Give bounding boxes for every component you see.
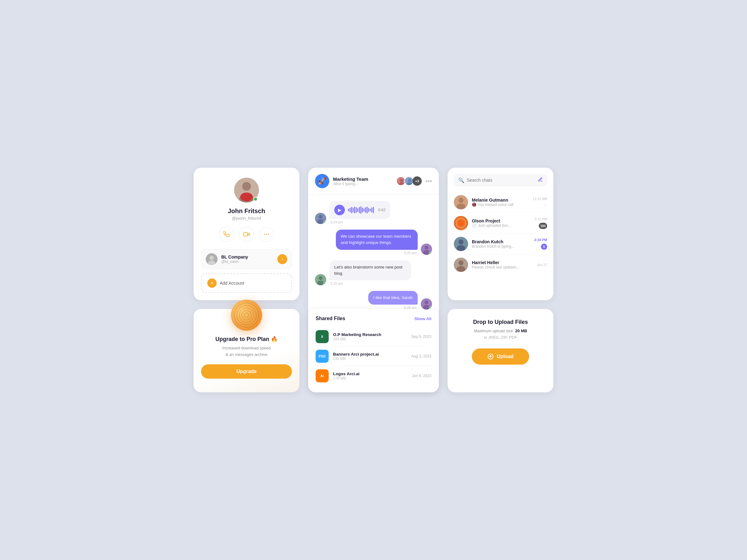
contact-info-brandon: Brandon Kutch Brandon Kutch is typing... (472, 239, 531, 248)
chat-more-icon[interactable]: ••• (426, 178, 432, 185)
contacts-card: 🔍 Melanie Gutmann 📵 You missed voice cal… (447, 168, 553, 300)
svg-point-40 (459, 240, 463, 244)
contact-avatar-harriet (454, 258, 468, 272)
voice-message-content: ▶ (329, 201, 390, 224)
contact-melanie[interactable]: Melanie Gutmann 📵 You missed voice call … (454, 192, 547, 213)
svg-point-8 (268, 234, 268, 235)
svg-point-25 (319, 276, 323, 280)
file-name-ai: Logos Arci.ai (333, 371, 407, 376)
file-date-excel: Sep 5, 2023 (411, 335, 431, 339)
svg-rect-5 (244, 232, 248, 236)
online-indicator (253, 197, 258, 201)
msg-content-3: Let's also brainstorm some new post blog… (329, 260, 411, 286)
voice-bubble: ▶ (329, 201, 390, 219)
company-arrow: › (277, 254, 287, 264)
video-button[interactable] (239, 227, 254, 242)
add-account-label: Add Account (220, 281, 244, 286)
file-name-psd: Banners Arci project.ai (333, 352, 407, 356)
search-bar: 🔍 (454, 174, 547, 186)
star-icon-melanie: ☆ (543, 203, 547, 208)
badge-brandon: 5 (541, 244, 547, 250)
file-item-excel[interactable]: X O.P Marketing Research 183 MB Sep 5, 2… (316, 327, 431, 347)
contact-name-brandon: Brandon Kutch (472, 239, 531, 244)
add-icon: + (207, 278, 216, 288)
upgrade-description: Increased download speed& an messages ar… (222, 345, 271, 358)
contact-time-harriet: Jun 17 (537, 263, 547, 267)
more-button[interactable] (259, 227, 274, 242)
upgrade-title: Upgrade to Pro Plan 🔥 (215, 336, 278, 343)
company-row[interactable]: BL Company @bl_sales › (201, 249, 292, 269)
contact-info-melanie: Melanie Gutmann 📵 You missed voice call (472, 197, 529, 207)
msg-content-4: I like that idea, Sarah 5:26 pm (368, 291, 418, 310)
member-count: +3 (412, 177, 422, 186)
contact-meta-olson: 3:12 PM 184 (535, 217, 547, 229)
svg-point-28 (424, 300, 428, 304)
contact-time-brandon: 2:34 PM (534, 238, 547, 242)
svg-point-3 (240, 193, 253, 201)
file-item-ai[interactable]: Ai Logos Arci.ai 179 MB Jun 8, 2023 (316, 366, 431, 385)
add-account-button[interactable]: + Add Account (201, 273, 292, 293)
upload-card: Drop to Upload Files Maximum upload size… (447, 309, 553, 392)
profile-handle: @joohn_fritsch4 (232, 216, 261, 220)
contact-time-melanie: 11:01 AM (533, 197, 547, 201)
file-size-excel: 183 MB (333, 337, 407, 341)
contact-preview-melanie: 📵 You missed voice call (472, 203, 529, 207)
msg-time-3: 5:25 pm (329, 282, 411, 285)
upgrade-card: Upgrade to Pro Plan 🔥 Increased download… (194, 309, 300, 392)
upgrade-button[interactable]: Upgrade (201, 364, 292, 379)
contact-brandon[interactable]: Brandon Kutch Brandon Kutch is typing...… (454, 234, 547, 255)
contact-olson[interactable]: Olson Project 📄 Just uploaded doc... 3:1… (454, 213, 547, 234)
message-reply: I like that idea, Sarah 5:26 pm (315, 291, 432, 310)
msg-content-2: We can showcase our team members and hig… (336, 230, 418, 255)
svg-point-13 (400, 179, 403, 182)
file-icon-excel: X (316, 330, 329, 343)
svg-point-10 (209, 256, 214, 260)
svg-point-7 (266, 234, 267, 235)
svg-point-38 (459, 220, 463, 225)
play-button[interactable]: ▶ (334, 205, 345, 215)
upload-button[interactable]: Upload (472, 348, 529, 365)
compose-icon[interactable] (538, 177, 543, 183)
file-info-excel: O.P Marketing Research 183 MB (333, 332, 407, 341)
sender-avatar-2 (421, 244, 432, 255)
contact-meta-harriet: Jun 17 (537, 263, 547, 267)
contact-avatar-brandon (454, 237, 468, 251)
files-header: Shared Files Show All (316, 316, 431, 321)
upload-title: Drop to Upload Files (473, 319, 528, 325)
company-info: BL Company @bl_sales (221, 255, 277, 264)
file-icon-ai: Ai (316, 369, 329, 382)
message-left: Let's also brainstorm some new post blog… (315, 260, 432, 286)
show-all-button[interactable]: Show All (415, 316, 431, 321)
svg-point-19 (319, 215, 323, 219)
svg-point-16 (408, 179, 411, 182)
sphere-visual (231, 300, 262, 331)
file-size-ai: 179 MB (333, 376, 407, 380)
svg-point-43 (459, 260, 463, 265)
call-button[interactable] (219, 227, 234, 242)
file-icon-psd: PSD (316, 350, 329, 363)
search-icon: 🔍 (458, 177, 464, 183)
action-buttons (219, 227, 274, 242)
chat-header-info: Marketing Team Alice it typing... (333, 177, 396, 186)
file-date-psd: Aug 3, 2023 (411, 354, 431, 358)
contact-harriet[interactable]: Harriet Heller Please, check last update… (454, 255, 547, 275)
chat-typing-status: Alice it typing... (333, 182, 396, 186)
file-size-psd: 239 MB (333, 356, 407, 361)
upload-formats: in JPEG, ZIP, PDF (484, 335, 517, 340)
company-avatar (206, 253, 217, 265)
upload-size-text: Maximum upload size: 20 MB (474, 328, 527, 333)
file-item-psd[interactable]: PSD Banners Arci project.ai 239 MB Aug 3… (316, 347, 431, 366)
sender-avatar-1 (315, 213, 326, 224)
files-title: Shared Files (316, 316, 345, 321)
search-input[interactable] (467, 178, 535, 183)
upload-size-value: 20 MB (515, 328, 527, 333)
upgrade-sphere (231, 300, 262, 331)
file-info-psd: Banners Arci project.ai 239 MB (333, 352, 407, 361)
svg-marker-4 (248, 233, 249, 236)
chat-member-avatars: +3 (396, 177, 422, 186)
contact-preview-harriet: Please, check last updates... (472, 265, 533, 269)
svg-point-22 (424, 246, 428, 249)
svg-point-34 (459, 198, 463, 203)
chat-title: Marketing Team (333, 177, 396, 182)
message-purple: We can showcase our team members and hig… (315, 230, 432, 255)
